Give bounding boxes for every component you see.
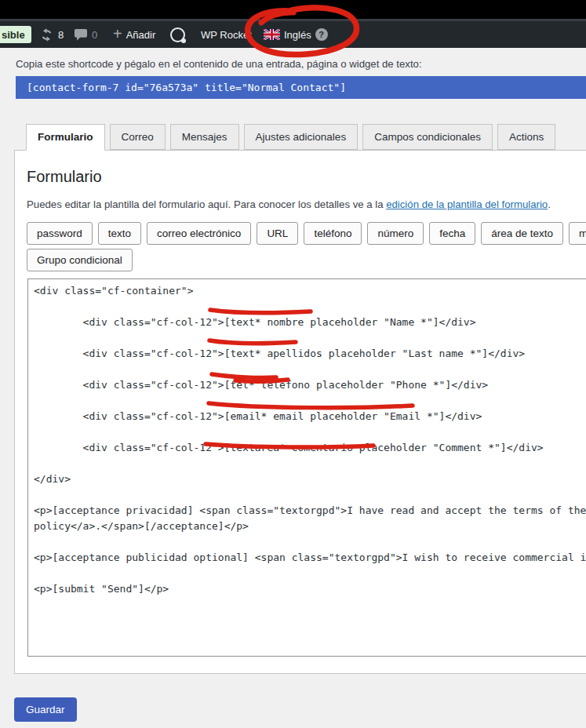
template-editing-link[interactable]: edición de la plantilla del formulario [386, 198, 548, 210]
uk-flag-icon [264, 29, 280, 40]
admin-bar-updates[interactable]: 8 [39, 21, 64, 48]
shortcode-instruction: Copia este shortcode y pégalo en el cont… [16, 58, 586, 70]
visible-badge-label: sible [2, 29, 25, 41]
plus-icon: + [113, 26, 122, 42]
tag-button-grupo-condicional[interactable]: Grupo condicional [27, 249, 133, 271]
panel-description: Puedes editar la plantilla del formulari… [27, 198, 586, 210]
tag-button-fecha[interactable]: fecha [429, 222, 475, 245]
tag-button-telefono[interactable]: teléfono [304, 222, 362, 245]
admin-bar-language[interactable]: Inglés ? [264, 21, 328, 48]
tag-button-correo-electronico[interactable]: correo electrónico [147, 222, 251, 245]
tab-ajustes-adicionales[interactable]: Ajustes adicionales [244, 124, 359, 150]
tag-button-area-de-texto[interactable]: área de texto [481, 222, 563, 245]
tag-generator-row-2: Grupo condicional [27, 249, 586, 271]
wp-admin-bar: sible 8 0 + Añadir WP Rocket [0, 21, 586, 48]
description-period: . [548, 198, 551, 210]
visible-badge[interactable]: sible [0, 26, 31, 43]
wp-rocket-label: WP Rocket [201, 29, 252, 41]
shortcode-input[interactable]: [contact-form-7 id="76a573a" title="Norm… [16, 76, 586, 99]
tag-button-menu-desplegable[interactable]: menú desplegable [569, 222, 586, 245]
help-icon[interactable]: ? [315, 28, 328, 41]
tag-button-numero[interactable]: número [367, 222, 424, 245]
tag-generator-row-1: password texto correo electrónico URL te… [27, 222, 586, 245]
tab-mensajes[interactable]: Mensajes [170, 124, 239, 150]
q-logo-icon [170, 27, 185, 42]
tab-correo[interactable]: Correo [110, 124, 166, 150]
language-label: Inglés [284, 29, 311, 41]
update-icon [39, 27, 54, 42]
description-text: Puedes editar la plantilla del formulari… [27, 198, 386, 210]
window-top-strip [0, 0, 586, 19]
tag-button-url[interactable]: URL [257, 222, 298, 245]
tab-campos-condicionales[interactable]: Campos condicionales [362, 124, 493, 150]
form-panel: Formulario Puedes editar la plantilla de… [14, 150, 586, 674]
admin-bar-comments[interactable]: 0 [74, 21, 97, 48]
comments-count: 0 [92, 29, 97, 41]
save-button[interactable]: Guardar [14, 697, 77, 722]
tab-actions[interactable]: Actions [497, 124, 555, 150]
form-template-textarea[interactable]: <div class="cf-container"> <div class="c… [27, 278, 586, 657]
tag-button-texto[interactable]: texto [98, 222, 141, 245]
admin-bar-add-new[interactable]: + Añadir [113, 21, 155, 48]
tab-formulario[interactable]: Formulario [26, 124, 105, 151]
tab-bar: Formulario Correo Mensajes Ajustes adici… [26, 124, 586, 150]
admin-bar-wp-rocket[interactable]: WP Rocket [201, 21, 252, 48]
admin-bar-q-logo[interactable] [170, 21, 185, 48]
add-new-label: Añadir [126, 29, 156, 41]
tag-button-password[interactable]: password [27, 222, 93, 245]
updates-count: 8 [58, 29, 64, 41]
comment-icon [74, 28, 88, 42]
panel-heading: Formulario [27, 168, 586, 186]
